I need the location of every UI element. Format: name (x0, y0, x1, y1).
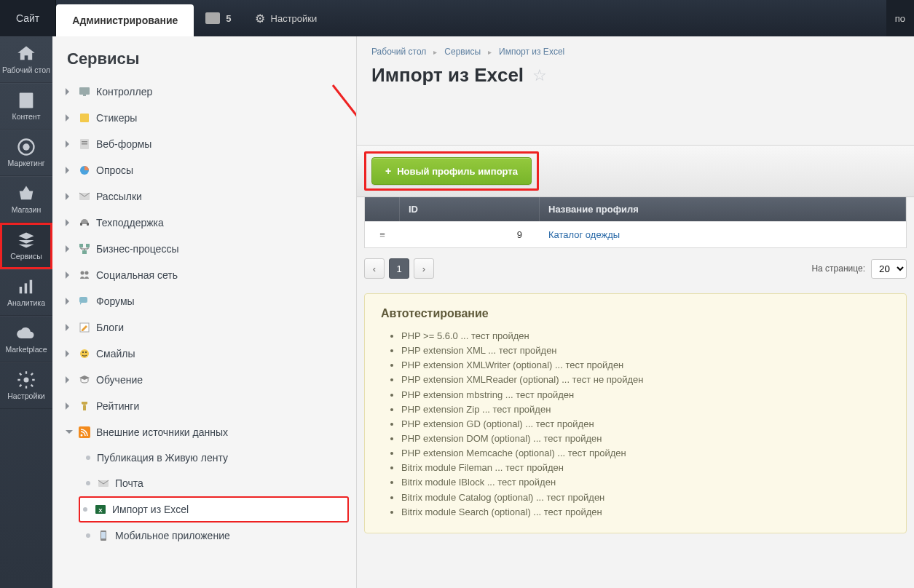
sticker-icon (78, 111, 91, 124)
rail-settings[interactable]: Настройки (0, 362, 52, 409)
tree-item[interactable]: Социальная сеть (63, 262, 349, 288)
rail-label: Контент (12, 112, 41, 121)
row-name-link[interactable]: Каталог одежды (548, 229, 620, 240)
chevron-right-icon: ▸ (433, 48, 437, 56)
row-id: 9 (400, 222, 540, 247)
autotest-item: PHP extension XMLReader (optional) ... т… (401, 373, 890, 387)
autotest-item: PHP extension XML ... тест пройден (401, 343, 890, 358)
svg-point-24 (80, 349, 89, 358)
tree-subitem[interactable]: Почта (79, 470, 349, 496)
tree-label: Мобильное приложение (115, 530, 230, 541)
top-settings[interactable]: ⚙ Настройки (243, 0, 329, 36)
tree-item[interactable]: Бизнес-процессы (63, 236, 349, 262)
caret-icon (66, 271, 73, 279)
svg-rect-17 (79, 244, 83, 247)
caret-icon (66, 88, 73, 95)
tree-label: Контроллер (96, 86, 152, 98)
learning-icon (78, 373, 91, 386)
content-icon (16, 92, 36, 109)
crumb[interactable]: Сервисы (444, 47, 481, 57)
tree-item[interactable]: Стикеры (63, 105, 349, 131)
table-header: ID Название профиля (365, 197, 906, 221)
tab-site[interactable]: Сайт (0, 0, 56, 36)
tree-item[interactable]: Обучение (63, 367, 349, 393)
tree-item[interactable]: Техподдержка (63, 210, 349, 236)
svg-point-21 (85, 271, 89, 275)
cloud-icon (16, 325, 36, 342)
tree-label: Социальная сеть (96, 269, 178, 281)
favorite-star-icon[interactable]: ☆ (532, 66, 547, 85)
page-number[interactable]: 1 (389, 258, 409, 279)
chevron-right-icon: ▸ (488, 48, 492, 56)
tree-item[interactable]: Рейтинги (63, 393, 349, 419)
support-icon (78, 216, 91, 229)
page-title: Импорт из Excel (371, 64, 524, 87)
svg-rect-15 (80, 223, 82, 226)
tree-item[interactable]: Опросы (63, 157, 349, 183)
forms-icon (78, 138, 91, 151)
caret-icon (66, 140, 73, 148)
rating-icon (78, 400, 91, 413)
tree-item[interactable]: Смайлы (63, 341, 349, 367)
th-name[interactable]: Название профиля (540, 197, 906, 221)
rail-desktop[interactable]: Рабочий стол (0, 36, 52, 83)
autotest-item: PHP extension DOM (optional) ... тест пр… (401, 432, 890, 446)
autotest-item: PHP extension Memcache (optional) ... те… (401, 446, 890, 461)
crumb[interactable]: Рабочий стол (371, 47, 426, 57)
rss-icon (78, 426, 91, 439)
rail-content[interactable]: Контент (0, 83, 52, 130)
tree-item[interactable]: Форумы (63, 288, 349, 314)
breadcrumb: Рабочий стол ▸ Сервисы ▸ Импорт из Excel (357, 47, 914, 64)
tab-admin[interactable]: Администрирование (56, 4, 194, 36)
tree-item[interactable]: Контроллер (63, 79, 349, 105)
svg-text:X: X (98, 507, 103, 514)
rail-shop[interactable]: Магазин (0, 176, 52, 223)
autotest-panel: Автотестирование PHP >= 5.6.0 ... тест п… (364, 293, 907, 533)
smiles-icon (78, 347, 91, 360)
tree-item[interactable]: Блоги (63, 314, 349, 341)
rail-analytics[interactable]: Аналитика (0, 269, 52, 316)
annotation-highlight: + Новый профиль импорта (364, 151, 539, 191)
autotest-item: Bitrix module Catalog (optional) ... тес… (401, 490, 890, 505)
bizproc-icon (78, 242, 91, 255)
tree-item-external[interactable]: Внешние источники данных (63, 419, 349, 445)
tree-label: Рейтинги (96, 400, 139, 412)
home-icon (16, 45, 36, 63)
rail-marketplace[interactable]: Marketplace (0, 316, 52, 362)
tree-label: Опросы (96, 164, 133, 176)
rail-services[interactable]: Сервисы (0, 223, 52, 269)
tree-subitem[interactable]: X Импорт из Excel (79, 496, 349, 523)
message-icon (205, 12, 220, 24)
caret-icon (66, 298, 73, 305)
tree-item[interactable]: Рассылки (63, 183, 349, 210)
rail-label: Аналитика (7, 298, 45, 307)
tree-subitem[interactable]: Мобильное приложение (79, 523, 349, 549)
perpage-select[interactable]: 20 (871, 259, 907, 279)
th-id[interactable]: ID (400, 197, 540, 221)
tree-label: Почта (115, 477, 143, 489)
tree-label: Внешние источники данных (96, 426, 228, 438)
crumb[interactable]: Импорт из Excel (499, 47, 564, 57)
table-row[interactable]: ≡ 9 Каталог одежды (365, 221, 906, 247)
rail-label: Магазин (12, 205, 42, 214)
tree-subitem[interactable]: Публикация в Живую ленту (79, 445, 349, 470)
svg-rect-5 (30, 280, 33, 294)
basket-icon (16, 185, 36, 202)
top-right[interactable]: по (886, 0, 914, 36)
rail-marketing[interactable]: Маркетинг (0, 130, 52, 176)
page-prev-button[interactable]: ‹ (364, 258, 385, 279)
svg-rect-8 (83, 95, 86, 96)
chart-icon (16, 278, 36, 295)
notifications[interactable]: 5 (194, 0, 243, 36)
caret-down-icon (66, 430, 73, 437)
notif-count: 5 (226, 13, 231, 24)
tree-label: Техподдержка (96, 217, 164, 229)
svg-rect-27 (79, 426, 90, 438)
page-next-button[interactable]: › (414, 258, 434, 279)
row-menu-icon[interactable]: ≡ (365, 222, 400, 247)
tree-label: Обучение (96, 374, 143, 386)
new-import-profile-button[interactable]: + Новый профиль импорта (371, 157, 532, 185)
controller-icon (78, 85, 91, 98)
svg-point-6 (24, 378, 29, 383)
tree-item[interactable]: Веб-формы (63, 131, 349, 157)
